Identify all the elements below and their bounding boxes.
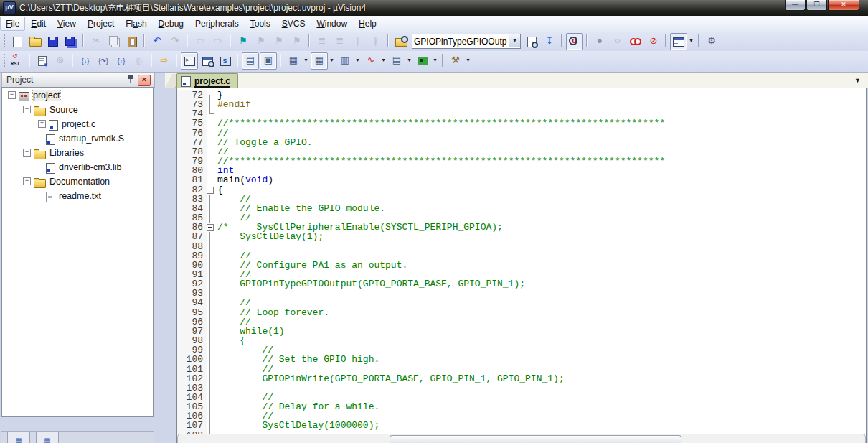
system-viewer-button[interactable] bbox=[414, 52, 431, 70]
workspace-tab-project[interactable]: ▦ bbox=[7, 432, 30, 443]
fold-collapse-icon[interactable] bbox=[207, 187, 214, 194]
collapse-icon[interactable]: − bbox=[23, 177, 31, 185]
previous-bookmark-button[interactable]: ⚑ bbox=[253, 33, 270, 50]
menu-flash[interactable]: Flash bbox=[120, 17, 152, 31]
menu-window[interactable]: Window bbox=[311, 17, 353, 31]
incremental-find-button[interactable]: ↧ bbox=[541, 33, 558, 50]
cut-button[interactable]: ✂ bbox=[88, 33, 105, 50]
step-out-button[interactable]: {↑} bbox=[113, 52, 130, 70]
step-over-button[interactable]: {↷} bbox=[95, 52, 112, 70]
enable-breakpoint-button[interactable]: ○ bbox=[609, 33, 626, 50]
panel-splitter[interactable] bbox=[154, 72, 165, 443]
show-next-statement-button[interactable]: ⇨ bbox=[156, 52, 173, 70]
configure-button[interactable]: ⚙ bbox=[703, 33, 720, 50]
clear-bookmarks-button[interactable]: ⚑ bbox=[288, 33, 306, 50]
tab-project-c[interactable]: project.c bbox=[176, 73, 238, 88]
menu-view[interactable]: View bbox=[52, 17, 82, 31]
watch-window-button[interactable]: ▦ bbox=[285, 52, 302, 70]
collapse-icon[interactable]: − bbox=[23, 149, 31, 157]
disable-breakpoints-button[interactable]: ⊘ bbox=[645, 33, 662, 50]
save-all-button[interactable] bbox=[62, 33, 80, 50]
command-window-button[interactable] bbox=[181, 52, 198, 70]
redo-button[interactable]: ↷ bbox=[166, 33, 184, 50]
run-to-cursor-button[interactable]: {|} bbox=[131, 52, 148, 70]
tab-list-dropdown-icon[interactable]: ▼ bbox=[854, 77, 861, 84]
new-file-button[interactable] bbox=[9, 33, 26, 50]
scrollbar-thumb[interactable] bbox=[390, 435, 681, 443]
analysis-window-button-dropdown-icon[interactable]: ▾ bbox=[379, 52, 387, 68]
run-button[interactable] bbox=[34, 52, 51, 70]
collapse-icon[interactable]: − bbox=[23, 106, 31, 113]
trace-window-button-dropdown-icon[interactable]: ▾ bbox=[405, 52, 413, 68]
menu-help[interactable]: Help bbox=[353, 17, 382, 31]
stop-button[interactable]: ⊗ bbox=[52, 52, 69, 70]
analysis-window-button[interactable]: ∿ bbox=[362, 52, 379, 70]
menu-tools[interactable]: Tools bbox=[245, 17, 276, 31]
insert-breakpoint-button[interactable]: ● bbox=[591, 33, 608, 50]
memory-window-button[interactable]: ▦ bbox=[311, 52, 328, 70]
search-combo[interactable]: ▾ bbox=[412, 34, 521, 49]
collapse-icon[interactable]: − bbox=[8, 91, 16, 99]
toolbox-button-dropdown-icon[interactable]: ▾ bbox=[464, 52, 472, 68]
toolbox-button[interactable]: ⚒ bbox=[447, 52, 464, 70]
registers-window-button[interactable]: ▤ bbox=[242, 52, 259, 70]
find-in-files-button[interactable] bbox=[392, 33, 410, 50]
serial-window-button[interactable]: ▥ bbox=[336, 52, 354, 70]
maximize-button[interactable]: ❐ bbox=[806, 0, 827, 11]
tree-item-readme[interactable]: readme.txt bbox=[2, 188, 153, 202]
start-stop-debug-button[interactable] bbox=[566, 33, 583, 50]
horizontal-scrollbar[interactable] bbox=[177, 434, 866, 443]
tree-item-project[interactable]: −project bbox=[2, 88, 153, 102]
uncomment-button[interactable]: ∦ bbox=[367, 33, 385, 50]
menu-debug[interactable]: Debug bbox=[153, 17, 189, 31]
fold-collapse-icon[interactable] bbox=[207, 224, 214, 231]
window-layout-button[interactable] bbox=[670, 33, 687, 50]
serial-window-button-dropdown-icon[interactable]: ▾ bbox=[354, 52, 362, 68]
project-tree[interactable]: −project−Source+project.cstartup_rvmdk.S… bbox=[1, 87, 154, 417]
unindent-button[interactable]: ≣ bbox=[313, 33, 331, 50]
comment-button[interactable]: ∥ bbox=[349, 33, 367, 50]
menu-file[interactable]: File bbox=[0, 17, 25, 31]
callstack-window-button[interactable]: ▣ bbox=[260, 52, 277, 70]
tree-item-source[interactable]: −Source bbox=[2, 102, 153, 116]
search-combo-input[interactable] bbox=[412, 36, 509, 48]
tree-item-project-c[interactable]: +project.c bbox=[2, 116, 153, 131]
next-bookmark-button[interactable]: ⚑ bbox=[270, 33, 288, 50]
window-layout-button-dropdown-icon[interactable]: ▾ bbox=[687, 33, 695, 49]
tree-item-driverlib[interactable]: driverlib-cm3.lib bbox=[2, 159, 153, 174]
close-button[interactable]: ✕ bbox=[828, 0, 859, 11]
open-file-button[interactable] bbox=[27, 33, 44, 50]
code-editor[interactable]: 72}73#endif7475//***********************… bbox=[176, 88, 867, 443]
search-button[interactable] bbox=[523, 33, 540, 50]
toggle-bookmark-button[interactable]: ⚑ bbox=[235, 33, 252, 50]
tree-item-startup[interactable]: startup_rvmdk.S bbox=[2, 131, 153, 145]
menu-project[interactable]: Project bbox=[82, 17, 120, 31]
fold-margin[interactable] bbox=[207, 185, 217, 195]
undo-button[interactable]: ↶ bbox=[148, 33, 166, 50]
paste-button[interactable] bbox=[123, 33, 141, 50]
panel-close-icon[interactable]: ✕ bbox=[138, 75, 151, 86]
tree-item-documentation[interactable]: −Documentation bbox=[2, 174, 153, 188]
symbols-window-button[interactable] bbox=[217, 52, 234, 70]
trace-window-button[interactable]: ▤ bbox=[388, 52, 405, 70]
navigate-back-button[interactable]: ⇦ bbox=[192, 33, 209, 50]
fold-margin[interactable] bbox=[207, 223, 217, 232]
copy-button[interactable] bbox=[105, 33, 123, 50]
step-button[interactable]: {↓} bbox=[77, 52, 94, 70]
expand-icon[interactable]: + bbox=[38, 120, 46, 128]
indent-button[interactable]: ≣ bbox=[331, 33, 349, 50]
menu-svcs[interactable]: SVCS bbox=[276, 17, 311, 31]
menu-peripherals[interactable]: Peripherals bbox=[189, 17, 245, 31]
tree-item-libraries[interactable]: −Libraries bbox=[2, 145, 153, 159]
system-viewer-button-dropdown-icon[interactable]: ▾ bbox=[431, 52, 439, 68]
minimize-button[interactable]: — bbox=[785, 0, 806, 11]
save-button[interactable] bbox=[44, 33, 62, 50]
pin-icon[interactable] bbox=[126, 75, 136, 85]
kill-breakpoints-button[interactable] bbox=[627, 33, 644, 50]
reset-button[interactable] bbox=[9, 52, 26, 70]
disassembly-window-button[interactable] bbox=[199, 52, 216, 70]
memory-window-button-dropdown-icon[interactable]: ▾ bbox=[328, 52, 336, 68]
workspace-tab-books[interactable]: ▦ bbox=[36, 432, 59, 443]
search-combo-dropdown-icon[interactable]: ▾ bbox=[509, 34, 520, 47]
navigate-forward-button[interactable]: ⇨ bbox=[209, 33, 227, 50]
